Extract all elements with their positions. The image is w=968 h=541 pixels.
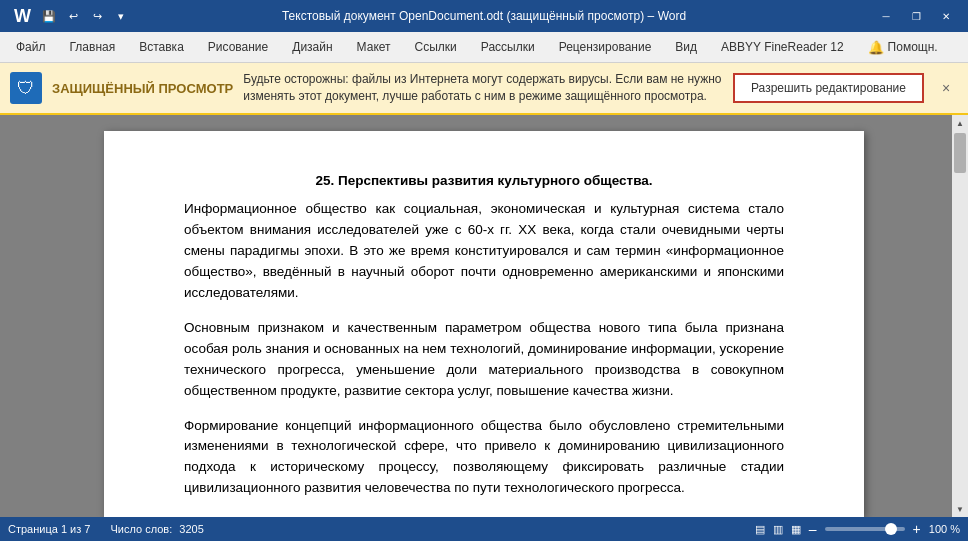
layout-icon-1[interactable]: ▤	[755, 523, 765, 536]
app-window: W 💾 ↩ ↪ ▾ Текстовый документ OpenDocumen…	[0, 0, 968, 541]
document-scroll-area: 25. Перспективы развития культурного общ…	[0, 115, 968, 517]
zoom-level: 100 %	[929, 523, 960, 535]
quick-access-toolbar: W 💾 ↩ ↪ ▾	[8, 6, 137, 27]
zoom-in-button[interactable]: +	[913, 521, 921, 537]
restore-button[interactable]: ❐	[902, 6, 930, 26]
layout-icon-2[interactable]: ▥	[773, 523, 783, 536]
layout-icon-3[interactable]: ▦	[791, 523, 801, 536]
shield-icon: 🛡	[10, 72, 42, 104]
tab-design[interactable]: Дизайн	[280, 32, 344, 62]
status-right: ▤ ▥ ▦ – + 100 %	[755, 521, 960, 537]
tab-insert[interactable]: Вставка	[127, 32, 196, 62]
zoom-out-button[interactable]: –	[809, 521, 817, 537]
zoom-slider[interactable]	[825, 527, 905, 531]
status-bar: Страница 1 из 7 Число слов: 3205 ▤ ▥ ▦ –…	[0, 517, 968, 541]
ribbon-tab-bar: Файл Главная Вставка Рисование Дизайн Ма…	[0, 32, 968, 62]
zoom-thumb[interactable]	[885, 523, 897, 535]
tab-review[interactable]: Рецензирование	[547, 32, 664, 62]
word-logo-icon: W	[14, 6, 31, 27]
title-bar: W 💾 ↩ ↪ ▾ Текстовый документ OpenDocumen…	[0, 0, 968, 32]
scroll-thumb[interactable]	[954, 133, 966, 173]
tab-layout[interactable]: Макет	[345, 32, 403, 62]
close-button[interactable]: ✕	[932, 6, 960, 26]
vertical-scrollbar[interactable]: ▲ ▼	[952, 115, 968, 517]
window-controls: ─ ❐ ✕	[872, 6, 960, 26]
tab-mailings[interactable]: Рассылки	[469, 32, 547, 62]
protected-message: Будьте осторожны: файлы из Интернета мог…	[243, 71, 723, 105]
ribbon: Файл Главная Вставка Рисование Дизайн Ма…	[0, 32, 968, 63]
doc-paragraph-1: Информационное общество как социальная, …	[184, 199, 784, 304]
save-button[interactable]: 💾	[39, 6, 59, 26]
allow-editing-button[interactable]: Разрешить редактирование	[733, 73, 924, 103]
scroll-up-arrow[interactable]: ▲	[952, 115, 968, 131]
protected-view-bar: 🛡 ЗАЩИЩЁННЫЙ ПРОСМОТР Будьте осторожны: …	[0, 63, 968, 115]
redo-button[interactable]: ↪	[87, 6, 107, 26]
tab-abbyy[interactable]: ABBYY FineReader 12	[709, 32, 856, 62]
close-protected-bar-button[interactable]: ×	[934, 76, 958, 100]
content-area: 25. Перспективы развития культурного общ…	[0, 115, 968, 517]
tab-draw[interactable]: Рисование	[196, 32, 280, 62]
tab-help[interactable]: 🔔 Помощн.	[856, 32, 950, 62]
help-icon: 🔔	[868, 40, 884, 55]
tab-file[interactable]: Файл	[4, 32, 58, 62]
doc-paragraph-3: Формирование концепций информационного о…	[184, 416, 784, 500]
protected-label: ЗАЩИЩЁННЫЙ ПРОСМОТР	[52, 81, 233, 96]
status-left: Страница 1 из 7 Число слов: 3205	[8, 523, 204, 535]
document-page: 25. Перспективы развития культурного общ…	[104, 131, 864, 517]
tab-home[interactable]: Главная	[58, 32, 128, 62]
document-heading: 25. Перспективы развития культурного общ…	[184, 171, 784, 191]
doc-paragraph-2: Основным признаком и качественным параме…	[184, 318, 784, 402]
page-info: Страница 1 из 7	[8, 523, 90, 535]
tab-view[interactable]: Вид	[663, 32, 709, 62]
minimize-button[interactable]: ─	[872, 6, 900, 26]
tab-references[interactable]: Ссылки	[403, 32, 469, 62]
word-count: Число слов: 3205	[110, 523, 203, 535]
customize-qa-button[interactable]: ▾	[111, 6, 131, 26]
window-title: Текстовый документ OpenDocument.odt (защ…	[282, 9, 686, 23]
undo-button[interactable]: ↩	[63, 6, 83, 26]
scroll-down-arrow[interactable]: ▼	[952, 501, 968, 517]
